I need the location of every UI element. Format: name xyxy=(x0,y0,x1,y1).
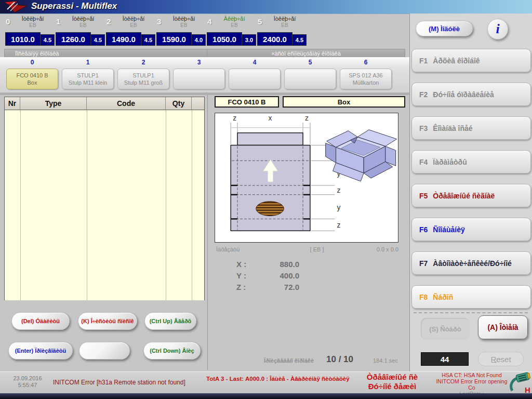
date-value: 23.09.2016 xyxy=(7,375,48,382)
f7-auto-manual-button[interactable]: F7Àâòîìàòè÷åñêèé/Ðó÷íîé xyxy=(411,251,531,275)
col-header-qty: Qty xyxy=(166,97,192,110)
tab-box-0[interactable]: FCO 0410 B Box xyxy=(6,69,58,89)
station-value-display: 1050.0 xyxy=(207,32,242,46)
fkey: F8 xyxy=(419,293,428,301)
fkey-label: Ïàðàìåòðû xyxy=(433,158,467,166)
counter-display: 44 xyxy=(421,352,469,366)
title-bar: Superassi - Multiflex xyxy=(0,0,532,14)
initcom-error-text: INITCOM Error [h31a Remote station not f… xyxy=(53,379,185,386)
table-header-row: Nr Type Code Qty xyxy=(5,97,204,110)
alarm-line2: Ðó÷íîé ðåæèì xyxy=(351,382,433,391)
station-status: Îòêëþ÷åí xyxy=(113,16,154,22)
tab-box-5[interactable] xyxy=(284,69,336,89)
slot-number-5: 5 xyxy=(284,59,336,66)
f8-reset-button[interactable]: F8Ñáðîñ xyxy=(411,285,531,309)
tota-error-text: TotA 3 - Last: A000.0 : Îáùèå - Àâàðèéíà… xyxy=(206,376,350,382)
col-header-type: Type xyxy=(20,97,87,110)
station-subvalue-display: 4.5 xyxy=(41,34,55,46)
station-value-display: 1010.0 xyxy=(5,32,41,46)
tab-box-6[interactable]: SPS 012 A36 Müllkarton xyxy=(340,69,392,89)
station-subvalue-display: 4.5 xyxy=(292,34,307,46)
fkey: F4 xyxy=(419,158,428,166)
station-value-display: 2400.0 xyxy=(257,32,292,46)
f6-messages-button[interactable]: F6Ñîîáùåíèÿ xyxy=(411,218,531,241)
f3-axis-command-button[interactable]: F3Êîìàíäà îñåé xyxy=(411,116,531,140)
slot-number-4: 4 xyxy=(229,59,281,66)
fkey: F5 xyxy=(419,192,428,200)
dim-z-label: z xyxy=(233,114,236,122)
tab-line2: Box xyxy=(28,79,37,86)
slot-number-1: 1 xyxy=(62,59,114,66)
f2-manual-control-button[interactable]: F2Ðó÷íîå óïðàâëåíèå xyxy=(411,83,531,106)
connector-icon[interactable]: H xyxy=(509,371,531,394)
cycle-time: 184.1 sec xyxy=(373,357,398,364)
modules-button[interactable]: (M) Ìîäóëè xyxy=(416,21,473,36)
dim-x-caption: X : xyxy=(236,260,253,269)
time-value: 5:55:47 xyxy=(7,382,48,389)
produced-label: Ïðîèçâåäåíî êîðîáêè xyxy=(264,357,314,364)
box-3d-view xyxy=(326,130,397,181)
delete-button[interactable]: (Del) Óäàëèòü xyxy=(11,312,70,330)
cancel-button[interactable]: (A) Îòìåíà xyxy=(478,315,528,339)
move-up-button[interactable]: (Ctrl Up) Ââåðõ xyxy=(144,312,196,330)
fkey-label: Ðó÷íîå óïðàâëåíèå xyxy=(433,90,494,99)
tab-line2: Müllkarton xyxy=(353,79,379,86)
frequent-box-bar: ×àñòî èñïîëüçóåìàÿ êîðîáêà xyxy=(207,49,405,58)
reset-hotkey-underline xyxy=(491,362,497,363)
station-unit: EB xyxy=(164,22,204,28)
column-line xyxy=(192,110,192,300)
start-button[interactable]: (S) Ñòàðò xyxy=(421,318,470,340)
f5-alarm-button[interactable]: F5Òðåâîæíûé ñèãíàë xyxy=(411,184,531,207)
window-title: Superassi - Multiflex xyxy=(31,1,117,11)
tab-box-3[interactable] xyxy=(173,69,225,89)
dim-z-caption: Z : xyxy=(236,283,253,291)
col-header-nr: Nr xyxy=(5,97,20,110)
tab-line1: FCO 0410 B xyxy=(16,72,48,78)
f4-parameters-button[interactable]: F4Ïàðàìåòðû xyxy=(411,150,531,174)
column-line xyxy=(166,110,166,300)
stations-row: 0 Îòêëþ÷åíEB 1010.0 4.5 1 Îòêëþ÷åíEB 126… xyxy=(0,14,409,48)
station-3: 3 Îòêëþ÷åíEB 1590.0 4.0 xyxy=(155,14,205,47)
station-0: 0 Îòêëþ÷åíEB 1010.0 4.5 xyxy=(4,14,54,47)
production-list-table: Nr Type Code Qty xyxy=(4,97,205,300)
reset-button[interactable]: Reset xyxy=(478,352,524,366)
station-value-display: 1590.0 xyxy=(156,32,192,46)
dim-x-label: x xyxy=(269,114,272,122)
station-4: 4 Âêëþ÷åíEB 1050.0 3.0 xyxy=(206,14,256,47)
alarm-status-text: Òðåâîæíûé ñè Ðó÷íîé ðåæèì xyxy=(351,373,433,391)
table-body[interactable] xyxy=(5,110,204,300)
produce-button[interactable]: (Enter) Ïðîèçâîäèòü xyxy=(8,342,73,360)
tab-box-4[interactable] xyxy=(229,69,281,89)
move-down-button[interactable]: (Ctrl Down) Âíèç xyxy=(143,342,201,360)
bottom-edge-strip xyxy=(0,393,532,399)
box-name-field: Box xyxy=(283,96,405,108)
tab-box-1[interactable]: STULP1 Stulp M11 klein xyxy=(62,69,114,89)
hsa-line1: HSA CT: HSA Not Found xyxy=(434,372,509,378)
dim-z-label: z xyxy=(305,114,309,122)
sidebar-dashed-divider xyxy=(414,312,528,313)
station-1: 1 Îòêëþ÷åíEB 1260.0 4.5 xyxy=(55,14,104,47)
alarm-line1: Òðåâîæíûé ñè xyxy=(351,373,433,382)
fkey-label: Êîìàíäà îñåé xyxy=(433,124,472,132)
slot-number-2: 2 xyxy=(117,59,169,66)
station-unit: EB xyxy=(63,22,103,28)
tab-line1: STULP1 xyxy=(77,72,99,78)
fkey: F2 xyxy=(419,90,428,99)
tab-box-2[interactable]: STULP1 Stulp M11 groß xyxy=(117,69,169,89)
panel-divider xyxy=(207,95,208,370)
fkey-label: Ñáðîñ xyxy=(433,293,453,301)
col-header-code: Code xyxy=(87,97,166,110)
f1-archive-button[interactable]: F1Àðõèâ êîðîáîê xyxy=(411,49,531,72)
station-number: 0 xyxy=(6,17,10,26)
box-tabs: FCO 0410 B Box STULP1 Stulp M11 klein ST… xyxy=(0,68,409,92)
fkey-label: Àâòîìàòè÷åñêèé/Ðó÷íîé xyxy=(433,259,512,268)
box-code-field: FCO 0410 B xyxy=(215,96,279,108)
info-button[interactable]: i xyxy=(487,19,508,39)
blank-button[interactable] xyxy=(79,342,130,360)
station-number: 2 xyxy=(107,17,111,26)
station-subvalue-display: 3.0 xyxy=(242,34,256,46)
divider-strip xyxy=(0,92,409,95)
app-logo xyxy=(3,1,28,13)
clear-list-button[interactable]: (K) Î÷èñòèòü ñïèñîê xyxy=(78,312,137,330)
column-line xyxy=(20,110,21,300)
